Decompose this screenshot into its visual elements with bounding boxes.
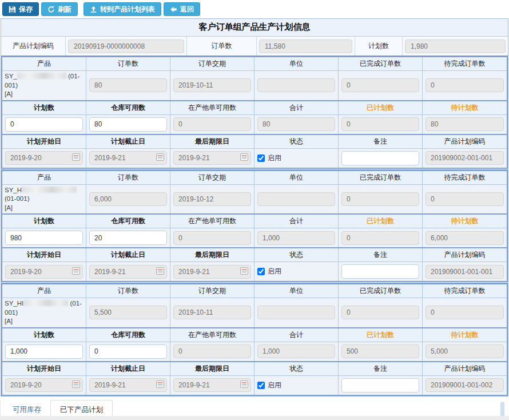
refresh-icon (47, 6, 55, 13)
col-plan-qty-header: 计划数 (2, 328, 86, 342)
deadline-picker[interactable]: 2019-9-21 (173, 151, 251, 165)
col-completed-header: 已完成订单数 (339, 57, 423, 71)
save-button[interactable]: 保存 (2, 2, 39, 16)
to-plan-qty-input[interactable] (426, 344, 504, 358)
col-total-header: 合计 (254, 215, 339, 228)
unit-input[interactable] (257, 306, 335, 319)
unit-input[interactable] (257, 192, 335, 206)
remark-input[interactable] (341, 378, 419, 393)
due-date-input[interactable] (173, 78, 251, 92)
calendar-icon (156, 381, 164, 390)
product-block-2: 产品 订单数 订单交期 单位 已完成订单数 待完成订单数 SY_H(01-001… (1, 169, 508, 283)
due-date-input[interactable] (173, 192, 251, 206)
order-qty-field[interactable]: 11,580 (259, 39, 352, 53)
start-date-picker[interactable]: 2019-9-20 (5, 378, 83, 392)
block3-row1-values: SY_HI (01-001)[A] (2, 298, 507, 327)
col-completed-header: 已完成订单数 (339, 284, 423, 298)
pending-qty-input[interactable] (426, 78, 504, 92)
block1-row2-values (2, 115, 507, 134)
col-plan-code-header: 产品计划编码 (423, 248, 507, 262)
end-date-picker[interactable]: 2019-9-21 (89, 151, 167, 165)
remark-input[interactable] (341, 264, 419, 279)
total-plan-qty-field[interactable]: 1,980 (405, 39, 506, 53)
col-deadline-header: 最后期限日 (170, 135, 254, 149)
status-enabled-checkbox[interactable] (257, 268, 265, 275)
plan-qty-input[interactable] (5, 344, 83, 359)
refresh-button[interactable]: 刷新 (41, 2, 78, 16)
plan-code-input[interactable] (426, 265, 504, 279)
plan-code-label: 产品计划编码 (1, 37, 66, 56)
block2-row3-values: 2019-9-20 2019-9-21 2019-9-21 启用 (2, 262, 507, 281)
col-other-avail-header: 在产他单可用数 (170, 328, 254, 342)
back-button[interactable]: 返回 (164, 2, 200, 16)
col-product-header: 产品 (2, 57, 86, 71)
plan-qty-input[interactable] (5, 231, 83, 245)
due-date-input[interactable] (173, 306, 251, 319)
deadline-picker[interactable]: 2019-9-21 (173, 378, 251, 392)
total-input[interactable] (257, 231, 335, 245)
deadline-picker[interactable]: 2019-9-21 (173, 265, 251, 279)
end-date-picker[interactable]: 2019-9-21 (89, 265, 167, 279)
col-completed-header: 已完成订单数 (339, 171, 423, 185)
to-plan-qty-input[interactable] (426, 231, 504, 245)
col-end-date-header: 计划截止日 (86, 362, 170, 376)
block3-row3-headers: 计划开始日 计划截止日 最后期限日 状态 备注 产品计划编码 (2, 361, 507, 376)
planned-qty-input[interactable] (341, 344, 419, 358)
order-qty-input[interactable] (89, 78, 167, 92)
plan-qty-input[interactable] (5, 117, 83, 132)
other-avail-input[interactable] (173, 344, 251, 358)
col-warehouse-avail-header: 仓库可用数 (86, 101, 170, 115)
status-enabled-checkbox[interactable] (257, 382, 265, 389)
block1-row2-headers: 计划数 仓库可用数 在产他单可用数 合计 已计划数 待计划数 (2, 100, 507, 115)
start-date-picker[interactable]: 2019-9-20 (5, 265, 83, 279)
total-input[interactable] (257, 117, 335, 131)
status-enabled-checkbox[interactable] (257, 154, 265, 162)
order-qty-input[interactable] (89, 306, 167, 319)
plan-code-input[interactable] (426, 151, 504, 165)
col-product-header: 产品 (2, 171, 86, 185)
pending-qty-input[interactable] (426, 192, 504, 206)
plan-code-input[interactable] (426, 378, 504, 392)
completed-qty-input[interactable] (341, 78, 419, 92)
goto-plan-list-button[interactable]: 转到产品计划列表 (83, 2, 161, 16)
to-plan-qty-input[interactable] (426, 117, 504, 131)
col-total-header: 合计 (254, 328, 339, 342)
toolbar: 保存 刷新 转到产品计划列表 返回 (0, 0, 509, 18)
col-pending-header: 待完成订单数 (423, 284, 507, 298)
order-qty-input[interactable] (89, 192, 167, 206)
planned-qty-input[interactable] (341, 117, 419, 131)
start-date-picker[interactable]: 2019-9-20 (5, 151, 83, 165)
unit-input[interactable] (257, 78, 335, 92)
remark-input[interactable] (341, 151, 419, 165)
block1-row3-values: 2019-9-20 2019-9-21 2019-9-21 启用 (2, 149, 507, 168)
order-qty-field-wrap: 11,580 (257, 37, 355, 56)
pending-qty-input[interactable] (426, 306, 504, 319)
col-order-qty-header: 订单数 (86, 57, 170, 71)
col-to-plan-header: 待计划数 (423, 101, 507, 115)
product-name: SY_H(01-001)[A] (2, 185, 86, 214)
redacted-text (17, 73, 66, 79)
warehouse-avail-input[interactable] (89, 231, 167, 245)
status-enabled-label: 启用 (268, 381, 281, 390)
col-plan-code-header: 产品计划编码 (423, 135, 507, 149)
plan-code-field[interactable]: 20190919-0000000008 (68, 39, 184, 53)
col-other-avail-header: 在产他单可用数 (170, 101, 254, 115)
col-to-plan-header: 待计划数 (423, 328, 507, 342)
warehouse-avail-input[interactable] (89, 117, 167, 132)
redacted-text (23, 300, 68, 306)
col-other-avail-header: 在产他单可用数 (170, 215, 254, 228)
end-date-picker[interactable]: 2019-9-21 (89, 378, 167, 392)
save-button-label: 保存 (19, 5, 33, 14)
col-order-qty-header: 订单数 (86, 171, 170, 185)
planned-qty-input[interactable] (341, 231, 419, 245)
horizontal-scrollbar-track[interactable] (0, 416, 509, 420)
completed-qty-input[interactable] (341, 192, 419, 206)
warehouse-avail-input[interactable] (89, 344, 167, 359)
total-input[interactable] (257, 344, 335, 358)
block3-row3-values: 2019-9-20 2019-9-21 2019-9-21 启用 (2, 376, 507, 395)
other-avail-input[interactable] (173, 117, 251, 131)
col-status-header: 状态 (254, 362, 339, 376)
other-avail-input[interactable] (173, 231, 251, 245)
plan-code-field-wrap: 20190919-0000000008 (66, 37, 187, 56)
completed-qty-input[interactable] (341, 306, 419, 319)
